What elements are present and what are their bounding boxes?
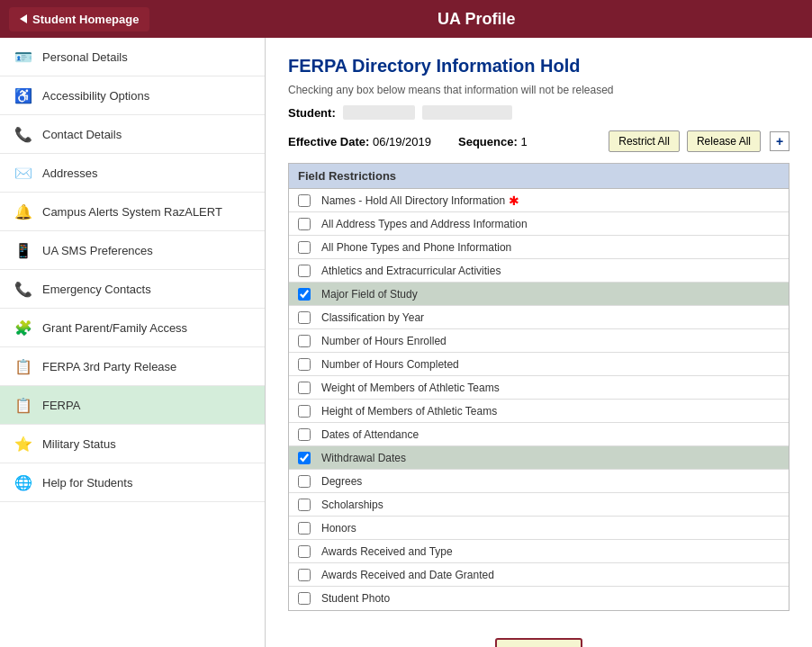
table-row: Athletics and Extracurricular Activities bbox=[289, 259, 789, 283]
table-row: Weight of Members of Athletic Teams bbox=[289, 376, 789, 400]
home-button-label: Student Homepage bbox=[32, 13, 139, 26]
sidebar-item-accessibility-options[interactable]: ♿ Accessibility Options bbox=[0, 76, 265, 115]
sidebar-item-ferpa[interactable]: 📋 FERPA bbox=[0, 386, 265, 425]
field-checkbox-15[interactable] bbox=[298, 545, 311, 558]
sequence-section: Sequence: 1 bbox=[458, 135, 528, 148]
field-label-12: Degrees bbox=[321, 475, 362, 488]
table-row: All Phone Types and Phone Information bbox=[289, 236, 789, 259]
ferpa-3rd-icon: 📋 bbox=[14, 356, 33, 376]
sidebar-label-ferpa: FERPA bbox=[42, 399, 80, 412]
student-row: Student: bbox=[288, 105, 789, 120]
field-checkbox-1[interactable] bbox=[298, 218, 311, 230]
sidebar-item-grant-parent[interactable]: 🧩 Grant Parent/Family Access bbox=[0, 309, 265, 347]
sidebar-item-campus-alerts[interactable]: 🔔 Campus Alerts System RazALERT bbox=[0, 193, 265, 231]
table-row: Height of Members of Athletic Teams bbox=[289, 400, 789, 423]
sidebar: 🪪 Personal Details ♿ Accessibility Optio… bbox=[0, 38, 266, 647]
sidebar-label-help: Help for Students bbox=[42, 476, 132, 490]
fields-list: Names - Hold All Directory Information✱A… bbox=[289, 189, 789, 610]
home-button[interactable]: Student Homepage bbox=[9, 7, 149, 31]
add-button[interactable]: + bbox=[770, 131, 789, 151]
table-row: Classification by Year bbox=[289, 306, 789, 329]
field-checkbox-7[interactable] bbox=[298, 358, 311, 371]
table-row: Major Field of Study bbox=[289, 283, 789, 306]
sidebar-label-campus-alerts: Campus Alerts System RazALERT bbox=[42, 205, 222, 219]
field-checkbox-16[interactable] bbox=[298, 569, 311, 581]
table-row: Awards Received and Date Granted bbox=[289, 563, 789, 587]
main-layout: 🪪 Personal Details ♿ Accessibility Optio… bbox=[0, 38, 812, 647]
table-row: All Address Types and Address Informatio… bbox=[289, 212, 789, 236]
emergency-contacts-icon: 📞 bbox=[14, 279, 33, 299]
save-button[interactable]: Save bbox=[495, 638, 582, 647]
sidebar-item-personal-details[interactable]: 🪪 Personal Details bbox=[0, 38, 265, 76]
field-checkbox-9[interactable] bbox=[298, 405, 311, 418]
sidebar-label-military-status: Military Status bbox=[42, 437, 116, 451]
sidebar-item-help[interactable]: 🌐 Help for Students bbox=[0, 463, 265, 502]
table-row: Honors bbox=[289, 517, 789, 540]
release-all-button[interactable]: Release All bbox=[687, 130, 761, 152]
table-row: Student Photo bbox=[289, 587, 789, 610]
sequence-label: Sequence: bbox=[458, 135, 518, 148]
table-row: Withdrawal Dates bbox=[289, 446, 789, 470]
field-label-14: Honors bbox=[321, 522, 356, 535]
field-label-2: All Phone Types and Phone Information bbox=[321, 241, 511, 254]
field-label-6: Number of Hours Enrolled bbox=[321, 335, 447, 347]
sidebar-label-emergency-contacts: Emergency Contacts bbox=[42, 283, 151, 296]
field-label-8: Weight of Members of Athletic Teams bbox=[321, 382, 500, 394]
field-restrictions-table: Field Restrictions Names - Hold All Dire… bbox=[288, 163, 789, 611]
required-asterisk: ✱ bbox=[509, 193, 519, 208]
field-label-7: Number of Hours Completed bbox=[321, 358, 459, 371]
field-checkbox-12[interactable] bbox=[298, 475, 311, 488]
field-checkbox-14[interactable] bbox=[298, 522, 311, 535]
field-checkbox-10[interactable] bbox=[298, 428, 311, 441]
field-checkbox-4[interactable] bbox=[298, 288, 311, 301]
help-icon: 🌐 bbox=[14, 472, 33, 492]
field-label-17: Student Photo bbox=[321, 592, 390, 605]
field-label-5: Classification by Year bbox=[321, 311, 424, 324]
ua-sms-icon: 📱 bbox=[14, 240, 33, 260]
grant-parent-icon: 🧩 bbox=[14, 318, 33, 337]
field-label-15: Awards Received and Type bbox=[321, 545, 453, 558]
field-label-13: Scholarships bbox=[321, 499, 383, 511]
student-id-box bbox=[343, 105, 415, 120]
sidebar-item-ua-sms[interactable]: 📱 UA SMS Preferences bbox=[0, 231, 265, 270]
field-label-11: Withdrawal Dates bbox=[321, 452, 406, 464]
effective-date-section: Effective Date: 06/19/2019 bbox=[288, 135, 431, 148]
sidebar-label-grant-parent: Grant Parent/Family Access bbox=[42, 321, 187, 335]
page-title: UA Profile bbox=[149, 10, 803, 29]
table-row: Number of Hours Enrolled bbox=[289, 329, 789, 353]
student-label: Student: bbox=[288, 106, 336, 120]
effective-date-value: 06/19/2019 bbox=[373, 135, 431, 148]
student-name-box bbox=[422, 105, 512, 120]
controls-row: Effective Date: 06/19/2019 Sequence: 1 R… bbox=[288, 130, 789, 152]
sidebar-item-emergency-contacts[interactable]: 📞 Emergency Contacts bbox=[0, 270, 265, 309]
field-checkbox-2[interactable] bbox=[298, 241, 311, 254]
field-checkbox-13[interactable] bbox=[298, 499, 311, 511]
restrict-all-button[interactable]: Restrict All bbox=[609, 130, 680, 152]
military-status-icon: ⭐ bbox=[14, 434, 33, 454]
ferpa-subtitle: Checking any box below means that inform… bbox=[288, 84, 789, 96]
field-checkbox-5[interactable] bbox=[298, 311, 311, 324]
field-label-3: Athletics and Extracurricular Activities bbox=[321, 265, 501, 277]
field-checkbox-11[interactable] bbox=[298, 452, 311, 464]
table-row: Names - Hold All Directory Information✱ bbox=[289, 189, 789, 212]
field-checkbox-8[interactable] bbox=[298, 382, 311, 394]
sequence-value: 1 bbox=[520, 135, 527, 148]
ferpa-title: FERPA Directory Information Hold bbox=[288, 56, 789, 76]
field-checkbox-0[interactable] bbox=[298, 194, 311, 207]
personal-details-icon: 🪪 bbox=[14, 47, 33, 67]
table-row: Number of Hours Completed bbox=[289, 353, 789, 376]
contact-details-icon: 📞 bbox=[14, 124, 33, 144]
app-header: Student Homepage UA Profile bbox=[0, 0, 812, 38]
sidebar-item-contact-details[interactable]: 📞 Contact Details bbox=[0, 115, 265, 154]
field-label-16: Awards Received and Date Granted bbox=[321, 569, 494, 581]
sidebar-item-addresses[interactable]: ✉️ Addresses bbox=[0, 154, 265, 193]
sidebar-label-ferpa-3rd: FERPA 3rd Party Release bbox=[42, 360, 176, 373]
field-checkbox-6[interactable] bbox=[298, 335, 311, 347]
sidebar-item-military-status[interactable]: ⭐ Military Status bbox=[0, 425, 265, 463]
field-label-0: Names - Hold All Directory Information bbox=[321, 194, 505, 207]
field-checkbox-17[interactable] bbox=[298, 592, 311, 605]
field-checkbox-3[interactable] bbox=[298, 265, 311, 277]
sidebar-item-ferpa-3rd[interactable]: 📋 FERPA 3rd Party Release bbox=[0, 347, 265, 386]
sidebar-label-personal-details: Personal Details bbox=[42, 50, 128, 64]
chevron-icon bbox=[20, 14, 27, 23]
